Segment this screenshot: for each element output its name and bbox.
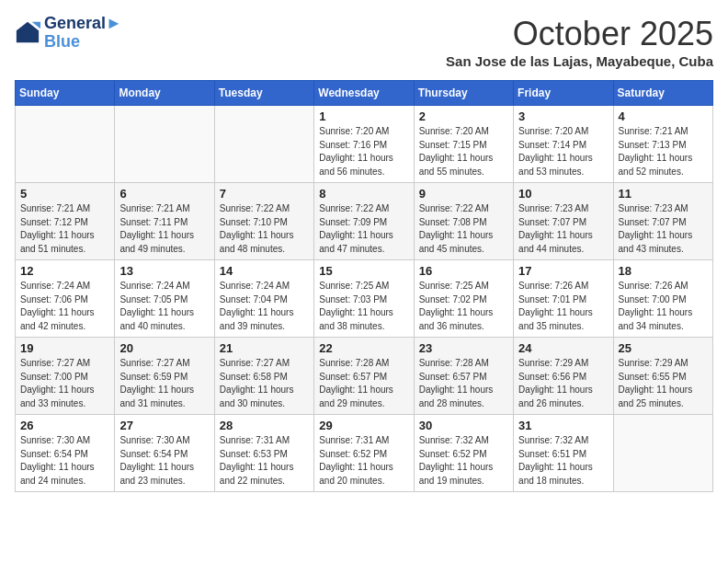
day-info: Sunrise: 7:28 AM Sunset: 6:57 PM Dayligh… [419, 357, 508, 410]
day-info: Sunrise: 7:24 AM Sunset: 7:05 PM Dayligh… [119, 280, 209, 333]
calendar-cell: 19Sunrise: 7:27 AM Sunset: 7:00 PM Dayli… [16, 338, 115, 415]
day-info: Sunrise: 7:22 AM Sunset: 7:10 PM Dayligh… [220, 202, 309, 256]
day-number: 19 [20, 341, 109, 355]
day-info: Sunrise: 7:24 AM Sunset: 7:04 PM Dayligh… [220, 280, 309, 333]
day-number: 30 [419, 419, 508, 432]
day-info: Sunrise: 7:32 AM Sunset: 6:51 PM Dayligh… [518, 434, 608, 488]
calendar-cell: 1Sunrise: 7:20 AM Sunset: 7:16 PM Daylig… [314, 106, 414, 183]
day-info: Sunrise: 7:31 AM Sunset: 6:52 PM Dayligh… [319, 434, 408, 488]
day-number: 23 [419, 341, 508, 355]
day-number: 10 [518, 187, 608, 201]
calendar-cell: 26Sunrise: 7:30 AM Sunset: 6:54 PM Dayli… [16, 415, 115, 492]
calendar-cell: 22Sunrise: 7:28 AM Sunset: 6:57 PM Dayli… [314, 338, 414, 415]
day-number: 7 [220, 187, 309, 201]
day-number: 24 [518, 341, 608, 355]
day-number: 20 [119, 341, 209, 355]
calendar-cell: 17Sunrise: 7:26 AM Sunset: 7:01 PM Dayli… [514, 260, 613, 338]
calendar-cell: 11Sunrise: 7:23 AM Sunset: 7:07 PM Dayli… [613, 183, 712, 260]
calendar-cell [214, 106, 313, 183]
calendar-cell: 7Sunrise: 7:22 AM Sunset: 7:10 PM Daylig… [214, 183, 313, 260]
week-row-4: 19Sunrise: 7:27 AM Sunset: 7:00 PM Dayli… [16, 338, 713, 415]
day-number: 28 [220, 419, 309, 432]
day-header-saturday: Saturday [613, 81, 712, 106]
day-info: Sunrise: 7:20 AM Sunset: 7:14 PM Dayligh… [518, 125, 608, 178]
day-info: Sunrise: 7:20 AM Sunset: 7:15 PM Dayligh… [419, 125, 508, 178]
calendar-cell: 8Sunrise: 7:22 AM Sunset: 7:09 PM Daylig… [314, 183, 414, 260]
calendar-cell: 5Sunrise: 7:21 AM Sunset: 7:12 PM Daylig… [16, 183, 115, 260]
day-info: Sunrise: 7:32 AM Sunset: 6:52 PM Dayligh… [419, 434, 508, 488]
calendar-cell: 25Sunrise: 7:29 AM Sunset: 6:55 PM Dayli… [613, 338, 712, 415]
day-info: Sunrise: 7:25 AM Sunset: 7:02 PM Dayligh… [419, 280, 508, 333]
location-title: San Jose de las Lajas, Mayabeque, Cuba [446, 53, 713, 69]
calendar-table: SundayMondayTuesdayWednesdayThursdayFrid… [15, 80, 713, 492]
day-header-monday: Monday [115, 81, 214, 106]
calendar-cell: 14Sunrise: 7:24 AM Sunset: 7:04 PM Dayli… [214, 260, 313, 338]
day-info: Sunrise: 7:27 AM Sunset: 6:59 PM Dayligh… [119, 357, 209, 410]
page-header: General► Blue October 2025 San Jose de l… [15, 15, 713, 69]
day-info: Sunrise: 7:23 AM Sunset: 7:07 PM Dayligh… [518, 202, 608, 256]
logo: General► Blue [15, 15, 122, 52]
calendar-cell: 31Sunrise: 7:32 AM Sunset: 6:51 PM Dayli… [514, 415, 613, 492]
day-number: 25 [619, 341, 708, 355]
day-info: Sunrise: 7:26 AM Sunset: 7:01 PM Dayligh… [518, 280, 608, 333]
calendar-cell: 12Sunrise: 7:24 AM Sunset: 7:06 PM Dayli… [16, 260, 115, 338]
day-number: 12 [20, 264, 109, 278]
day-info: Sunrise: 7:25 AM Sunset: 7:03 PM Dayligh… [319, 280, 408, 333]
day-info: Sunrise: 7:26 AM Sunset: 7:00 PM Dayligh… [619, 280, 708, 333]
day-info: Sunrise: 7:20 AM Sunset: 7:16 PM Dayligh… [319, 125, 408, 178]
calendar-cell: 28Sunrise: 7:31 AM Sunset: 6:53 PM Dayli… [214, 415, 313, 492]
svg-marker-0 [17, 22, 39, 42]
day-number: 26 [20, 419, 109, 432]
calendar-cell: 3Sunrise: 7:20 AM Sunset: 7:14 PM Daylig… [514, 106, 613, 183]
day-header-wednesday: Wednesday [314, 81, 414, 106]
day-number: 4 [619, 109, 708, 123]
day-number: 3 [518, 109, 608, 123]
day-number: 16 [419, 264, 508, 278]
day-info: Sunrise: 7:27 AM Sunset: 6:58 PM Dayligh… [220, 357, 309, 410]
day-number: 5 [20, 187, 109, 201]
month-title: October 2025 [446, 15, 713, 53]
calendar-cell: 30Sunrise: 7:32 AM Sunset: 6:52 PM Dayli… [414, 415, 513, 492]
calendar-cell: 13Sunrise: 7:24 AM Sunset: 7:05 PM Dayli… [115, 260, 214, 338]
day-header-tuesday: Tuesday [214, 81, 313, 106]
day-number: 29 [319, 419, 408, 432]
day-info: Sunrise: 7:23 AM Sunset: 7:07 PM Dayligh… [619, 202, 708, 256]
calendar-cell: 29Sunrise: 7:31 AM Sunset: 6:52 PM Dayli… [314, 415, 414, 492]
day-header-sunday: Sunday [16, 81, 115, 106]
day-number: 6 [119, 187, 209, 201]
day-number: 14 [220, 264, 309, 278]
calendar-cell: 27Sunrise: 7:30 AM Sunset: 6:54 PM Dayli… [115, 415, 214, 492]
day-number: 15 [319, 264, 408, 278]
day-number: 22 [319, 341, 408, 355]
day-header-friday: Friday [514, 81, 613, 106]
calendar-cell [115, 106, 214, 183]
day-number: 17 [518, 264, 608, 278]
calendar-cell [613, 415, 712, 492]
calendar-cell: 6Sunrise: 7:21 AM Sunset: 7:11 PM Daylig… [115, 183, 214, 260]
day-info: Sunrise: 7:21 AM Sunset: 7:12 PM Dayligh… [20, 202, 109, 256]
calendar-cell: 9Sunrise: 7:22 AM Sunset: 7:08 PM Daylig… [414, 183, 513, 260]
week-row-3: 12Sunrise: 7:24 AM Sunset: 7:06 PM Dayli… [16, 260, 713, 338]
calendar-cell: 24Sunrise: 7:29 AM Sunset: 6:56 PM Dayli… [514, 338, 613, 415]
calendar-header-row: SundayMondayTuesdayWednesdayThursdayFrid… [16, 81, 713, 106]
calendar-cell: 20Sunrise: 7:27 AM Sunset: 6:59 PM Dayli… [115, 338, 214, 415]
day-info: Sunrise: 7:28 AM Sunset: 6:57 PM Dayligh… [319, 357, 408, 410]
logo-icon [15, 20, 40, 46]
day-info: Sunrise: 7:29 AM Sunset: 6:55 PM Dayligh… [619, 357, 708, 410]
day-info: Sunrise: 7:21 AM Sunset: 7:11 PM Dayligh… [119, 202, 209, 256]
day-number: 27 [119, 419, 209, 432]
day-number: 31 [518, 419, 608, 432]
day-info: Sunrise: 7:27 AM Sunset: 7:00 PM Dayligh… [20, 357, 109, 410]
day-number: 11 [619, 187, 708, 201]
week-row-5: 26Sunrise: 7:30 AM Sunset: 6:54 PM Dayli… [16, 415, 713, 492]
day-info: Sunrise: 7:30 AM Sunset: 6:54 PM Dayligh… [119, 434, 209, 488]
week-row-1: 1Sunrise: 7:20 AM Sunset: 7:16 PM Daylig… [16, 106, 713, 183]
logo-text: General► Blue [44, 15, 122, 52]
day-info: Sunrise: 7:21 AM Sunset: 7:13 PM Dayligh… [619, 125, 708, 178]
week-row-2: 5Sunrise: 7:21 AM Sunset: 7:12 PM Daylig… [16, 183, 713, 260]
calendar-cell: 18Sunrise: 7:26 AM Sunset: 7:00 PM Dayli… [613, 260, 712, 338]
calendar-cell: 10Sunrise: 7:23 AM Sunset: 7:07 PM Dayli… [514, 183, 613, 260]
day-number: 21 [220, 341, 309, 355]
calendar-cell [16, 106, 115, 183]
day-info: Sunrise: 7:22 AM Sunset: 7:08 PM Dayligh… [419, 202, 508, 256]
